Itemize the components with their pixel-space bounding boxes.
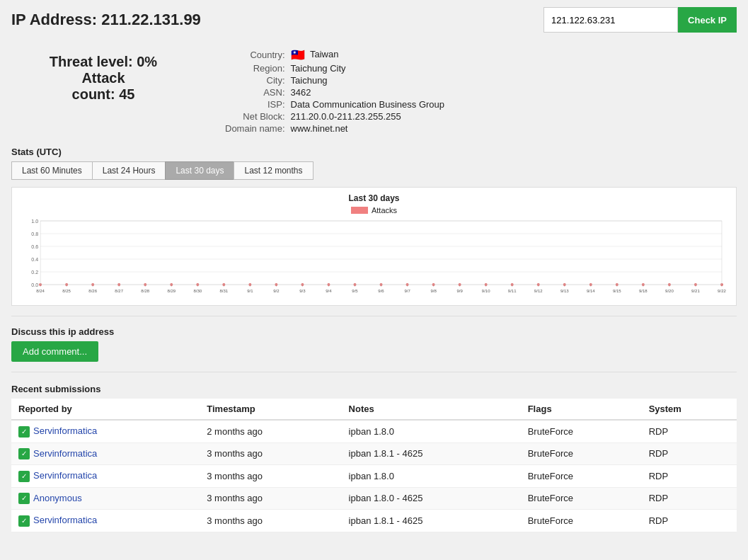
chart-svg: 0.00.20.40.60.81.08/248/258/268/278/288/… — [19, 217, 729, 302]
asn-row: ASN: 3462 — [225, 87, 444, 98]
svg-text:9/4: 9/4 — [326, 289, 332, 293]
check-icon: ✓ — [18, 426, 30, 438]
flags-cell: BruteForce — [521, 487, 642, 510]
col-header-timestamp: Timestamp — [200, 399, 341, 420]
check-ip-button[interactable]: Check IP — [678, 7, 737, 33]
timestamp-cell: 3 months ago — [200, 510, 341, 532]
domain-row: Domain name: www.hinet.net — [225, 123, 444, 134]
stats-section: Stats (UTC) Last 60 MinutesLast 24 Hours… — [11, 147, 737, 306]
header-right: Check IP — [543, 7, 737, 33]
svg-text:9/20: 9/20 — [665, 289, 674, 293]
svg-text:0.0: 0.0 — [31, 282, 38, 287]
stats-title: Stats (UTC) — [11, 147, 737, 157]
table-row: ✓Anonymous3 months agoipban 1.8.0 - 4625… — [11, 487, 737, 510]
flags-cell: BruteForce — [521, 420, 642, 442]
system-cell: RDP — [642, 442, 737, 465]
timestamp-cell: 3 months ago — [200, 487, 341, 510]
table-body: ✓Servinformatica2 months agoipban 1.8.0B… — [11, 420, 737, 532]
notes-cell: ipban 1.8.0 — [342, 465, 521, 488]
col-header-flags: Flags — [521, 399, 642, 420]
svg-text:8/28: 8/28 — [141, 289, 149, 293]
svg-text:9/13: 9/13 — [560, 289, 569, 293]
notes-cell: ipban 1.8.1 - 4625 — [342, 510, 521, 532]
system-cell: RDP — [642, 420, 737, 442]
header: IP Address: 211.22.131.99 Check IP — [0, 0, 748, 40]
isp-row: ISP: Data Communication Business Group — [225, 99, 444, 110]
flags-cell: BruteForce — [521, 442, 642, 465]
notes-cell: ipban 1.8.0 - 4625 — [342, 487, 521, 510]
reporter-link[interactable]: Servinformatica — [33, 515, 97, 525]
check-icon: ✓ — [18, 493, 30, 504]
submissions-section: Recent submissions Reported byTimestampN… — [11, 384, 737, 532]
tab-last-60-minutes[interactable]: Last 60 Minutes — [11, 161, 93, 180]
timestamp-cell: 3 months ago — [200, 442, 341, 465]
svg-text:9/6: 9/6 — [378, 289, 384, 293]
svg-text:9/22: 9/22 — [718, 289, 726, 293]
svg-text:8/24: 8/24 — [36, 289, 45, 293]
country-flag: 🇹🇼 — [291, 49, 305, 61]
col-header-system: System — [642, 399, 737, 420]
reporter-link[interactable]: Servinformatica — [33, 470, 97, 481]
svg-text:9/18: 9/18 — [639, 289, 648, 293]
svg-text:9/15: 9/15 — [613, 289, 621, 293]
ip-search-input[interactable] — [543, 7, 678, 33]
tab-last-30-days[interactable]: Last 30 days — [165, 161, 234, 180]
notes-cell: ipban 1.8.1 - 4625 — [342, 442, 521, 465]
threat-block: Threat level: 0% Attack count: 45 — [11, 47, 195, 103]
svg-text:0.4: 0.4 — [31, 257, 38, 262]
tab-last-12-months[interactable]: Last 12 months — [234, 161, 313, 180]
svg-text:0.8: 0.8 — [31, 232, 38, 236]
svg-rect-93 — [40, 221, 722, 285]
svg-text:9/12: 9/12 — [534, 289, 543, 293]
system-cell: RDP — [642, 510, 737, 532]
svg-text:9/21: 9/21 — [691, 289, 700, 293]
svg-text:0.6: 0.6 — [31, 244, 38, 249]
table-row: ✓Servinformatica2 months agoipban 1.8.0B… — [11, 420, 737, 442]
check-icon: ✓ — [18, 471, 30, 482]
svg-text:9/1: 9/1 — [247, 289, 253, 293]
geo-info-table: Country: 🇹🇼 Taiwan Region: Taichung City… — [224, 47, 446, 135]
svg-text:9/8: 9/8 — [430, 289, 437, 293]
svg-text:9/2: 9/2 — [273, 289, 280, 293]
check-icon: ✓ — [18, 448, 30, 459]
tab-last-24-hours[interactable]: Last 24 Hours — [92, 161, 166, 180]
threat-level-text: Threat level: 0% Attack count: 45 — [11, 54, 195, 103]
svg-text:8/31: 8/31 — [219, 289, 228, 293]
system-cell: RDP — [642, 465, 737, 488]
svg-text:8/26: 8/26 — [88, 289, 97, 293]
svg-text:9/5: 9/5 — [352, 289, 358, 293]
notes-cell: ipban 1.8.0 — [342, 420, 521, 442]
svg-text:9/10: 9/10 — [482, 289, 490, 293]
system-cell: RDP — [642, 487, 737, 510]
table-header-row: Reported byTimestampNotesFlagsSystem — [11, 399, 737, 420]
chart-title: Last 30 days — [19, 193, 729, 203]
svg-text:9/7: 9/7 — [404, 289, 410, 293]
reporter-link[interactable]: Servinformatica — [33, 425, 97, 436]
chart-area: Last 30 days Attacks 0.00.20.40.60.81.08… — [11, 187, 737, 306]
region-row: Region: Taichung City — [225, 63, 444, 74]
discuss-section: Discuss this ip address Add comment... — [11, 326, 737, 362]
page-title: IP Address: 211.22.131.99 — [11, 11, 201, 29]
timestamp-cell: 2 months ago — [200, 420, 341, 442]
svg-text:8/27: 8/27 — [115, 289, 123, 293]
col-header-notes: Notes — [342, 399, 521, 420]
reporter-link[interactable]: Anonymous — [33, 493, 82, 503]
discuss-title: Discuss this ip address — [11, 326, 737, 337]
svg-text:9/3: 9/3 — [299, 289, 306, 293]
svg-text:0.2: 0.2 — [31, 270, 38, 275]
flags-cell: BruteForce — [521, 510, 642, 532]
country-row: Country: 🇹🇼 Taiwan — [225, 48, 444, 62]
city-row: City: Taichung — [225, 75, 444, 86]
svg-text:9/9: 9/9 — [456, 289, 463, 293]
submissions-table: Reported byTimestampNotesFlagsSystem ✓Se… — [11, 399, 737, 532]
reporter-link[interactable]: Servinformatica — [33, 448, 97, 459]
top-section: Threat level: 0% Attack count: 45 Countr… — [11, 47, 737, 135]
submissions-title: Recent submissions — [11, 384, 737, 394]
netblock-row: Net Block: 211.20.0.0-211.23.255.255 — [225, 111, 444, 122]
check-icon: ✓ — [18, 515, 30, 527]
svg-text:8/25: 8/25 — [62, 289, 71, 293]
svg-text:9/14: 9/14 — [587, 289, 595, 293]
add-comment-button[interactable]: Add comment... — [11, 341, 98, 362]
svg-text:8/30: 8/30 — [193, 289, 202, 293]
table-row: ✓Servinformatica3 months agoipban 1.8.1 … — [11, 510, 737, 532]
